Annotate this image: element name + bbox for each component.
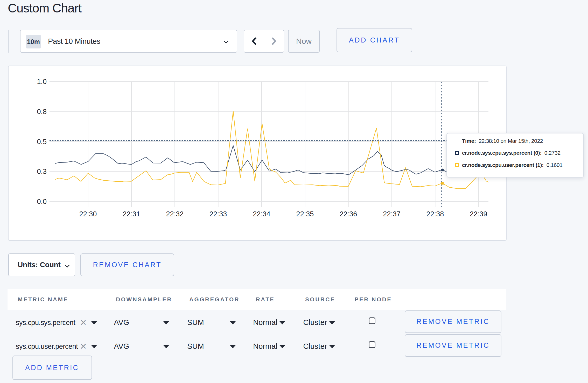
svg-text:22:30: 22:30 [79,210,97,218]
svg-text:22:38: 22:38 [426,210,444,218]
svg-text:22:36: 22:36 [340,210,357,218]
svg-text:0.3: 0.3 [37,168,47,175]
svg-text:22:32: 22:32 [166,210,184,218]
svg-text:1.0: 1.0 [37,78,47,86]
svg-text:0.5: 0.5 [37,138,47,146]
svg-text:22:35: 22:35 [296,210,314,218]
svg-text:22:37: 22:37 [383,210,401,218]
svg-text:22:39: 22:39 [470,210,487,218]
svg-text:22:33: 22:33 [209,210,227,218]
svg-text:22:34: 22:34 [253,210,270,218]
svg-text:22:31: 22:31 [123,210,140,218]
svg-text:0.0: 0.0 [37,198,47,205]
svg-text:0.8: 0.8 [37,108,47,116]
